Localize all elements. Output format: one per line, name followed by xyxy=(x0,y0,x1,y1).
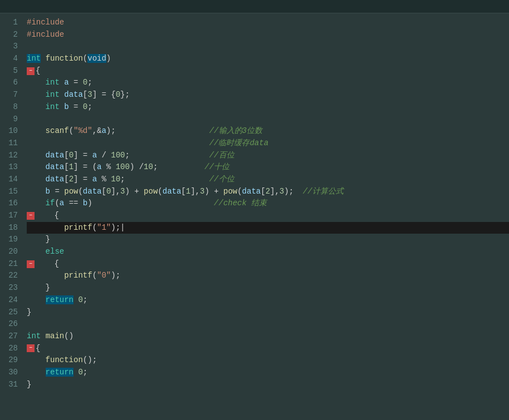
line-number-8: 8 xyxy=(6,101,18,113)
code-content-2: #include xyxy=(27,29,69,41)
code-content-28: { xyxy=(36,343,40,355)
code-content-14: data[2] = a % 10; //个位 xyxy=(27,174,234,186)
code-line-25: } xyxy=(27,307,509,319)
line-number-12: 12 xyxy=(6,150,18,162)
collapse-icon-5[interactable]: − xyxy=(27,67,35,75)
line-number-20: 20 xyxy=(6,246,18,258)
line-number-24: 24 xyxy=(6,294,18,307)
code-content-4: int function(void) xyxy=(27,53,111,65)
code-line-26 xyxy=(27,318,509,330)
collapse-icon-21[interactable]: − xyxy=(27,260,35,268)
line-number-29: 29 xyxy=(6,354,18,367)
code-content-16: if(a == b) //check 结束 xyxy=(27,197,267,210)
line-number-13: 13 xyxy=(6,161,18,174)
code-line-13: data[1] = (a % 100) /10; //十位 xyxy=(27,161,509,174)
code-line-22: printf("0"); xyxy=(27,270,509,282)
code-content-13: data[1] = (a % 100) /10; //十位 xyxy=(27,161,229,174)
code-content-29: function(); xyxy=(27,354,97,367)
code-content-8: int b = 0; xyxy=(27,101,92,113)
code-line-5: −{ xyxy=(27,65,509,77)
code-line-9 xyxy=(27,113,509,126)
line-number-16: 16 xyxy=(6,197,18,210)
line-number-1: 1 xyxy=(6,17,18,29)
line-number-17: 17 xyxy=(6,210,18,222)
code-content-7: int data[3] = {0}; xyxy=(27,89,130,101)
line-number-19: 19 xyxy=(6,234,18,246)
line-number-7: 7 xyxy=(6,89,18,101)
code-line-12: data[0] = a / 100; //百位 xyxy=(27,150,509,162)
line-number-23: 23 xyxy=(6,282,18,294)
code-content-15: b = pow(data[0],3) + pow(data[1],3) + po… xyxy=(27,186,344,198)
code-content-20: else xyxy=(27,246,64,258)
collapse-icon-28[interactable]: − xyxy=(27,344,35,352)
line-number-10: 10 xyxy=(6,125,18,137)
line-number-11: 11 xyxy=(6,137,18,150)
line-number-22: 22 xyxy=(6,270,18,282)
code-content-30: return 0; xyxy=(27,367,87,379)
code-line-31: } xyxy=(27,379,509,391)
line-number-9: 9 xyxy=(6,113,18,126)
code-content-11: //临时缓存data xyxy=(27,137,268,150)
code-line-15: b = pow(data[0],3) + pow(data[1],3) + po… xyxy=(27,186,509,198)
code-content-18: printf("1");| xyxy=(27,222,125,234)
code-line-11: //临时缓存data xyxy=(27,137,509,150)
code-content-1: #include xyxy=(27,17,69,29)
code-content-31: } xyxy=(27,379,31,391)
code-line-27: int main() xyxy=(27,330,509,343)
code-line-29: function(); xyxy=(27,354,509,367)
code-content-5: { xyxy=(36,65,40,77)
code-line-16: if(a == b) //check 结束 xyxy=(27,197,509,210)
code-line-2: #include xyxy=(27,29,509,41)
code-line-30: return 0; xyxy=(27,367,509,379)
code-line-3 xyxy=(27,41,509,53)
code-line-4: int function(void) xyxy=(27,53,509,65)
editor: 1234567891011121314151617181920212223242… xyxy=(0,13,509,420)
code-content-6: int a = 0; xyxy=(27,77,92,89)
line-number-18: 18 xyxy=(6,222,18,234)
line-number-30: 30 xyxy=(6,367,18,379)
line-numbers: 1234567891011121314151617181920212223242… xyxy=(0,13,22,420)
code-line-24: return 0; xyxy=(27,294,509,307)
line-number-21: 21 xyxy=(6,258,18,270)
code-line-8: int b = 0; xyxy=(27,101,509,113)
code-line-14: data[2] = a % 10; //个位 xyxy=(27,174,509,186)
code-line-20: else xyxy=(27,246,509,258)
line-number-31: 31 xyxy=(6,379,18,391)
line-number-25: 25 xyxy=(6,307,18,319)
line-number-5: 5 xyxy=(6,65,18,77)
code-content-24: return 0; xyxy=(27,294,87,307)
code-line-17: − { xyxy=(27,210,509,222)
line-number-27: 27 xyxy=(6,330,18,343)
line-number-2: 2 xyxy=(6,29,18,41)
code-line-6: int a = 0; xyxy=(27,77,509,89)
code-content-19: } xyxy=(27,234,50,246)
code-content-25: } xyxy=(27,307,31,319)
code-content-27: int main() xyxy=(27,330,74,343)
collapse-icon-17[interactable]: − xyxy=(27,212,35,220)
line-number-28: 28 xyxy=(6,343,18,355)
code-content-17: { xyxy=(36,210,59,222)
line-number-26: 26 xyxy=(6,318,18,330)
code-area[interactable]: #include #include int function(void)−{ i… xyxy=(22,13,509,420)
code-content-12: data[0] = a / 100; //百位 xyxy=(27,150,234,162)
code-content-21: { xyxy=(36,258,59,270)
line-number-3: 3 xyxy=(6,41,18,53)
code-content-23: } xyxy=(27,282,50,294)
line-number-4: 4 xyxy=(6,53,18,65)
code-line-1: #include xyxy=(27,17,509,29)
code-line-10: scanf("%d",&a); //输入的3位数 xyxy=(27,125,509,137)
line-number-15: 15 xyxy=(6,186,18,198)
title-bar xyxy=(0,0,509,13)
line-number-14: 14 xyxy=(6,174,18,186)
line-number-6: 6 xyxy=(6,77,18,89)
code-content-22: printf("0"); xyxy=(27,270,120,282)
code-line-23: } xyxy=(27,282,509,294)
code-line-18: printf("1");| xyxy=(27,222,509,234)
code-line-19: } xyxy=(27,234,509,246)
code-line-28: −{ xyxy=(27,343,509,355)
code-line-7: int data[3] = {0}; xyxy=(27,89,509,101)
code-line-21: − { xyxy=(27,258,509,270)
code-content-10: scanf("%d",&a); //输入的3位数 xyxy=(27,125,262,137)
